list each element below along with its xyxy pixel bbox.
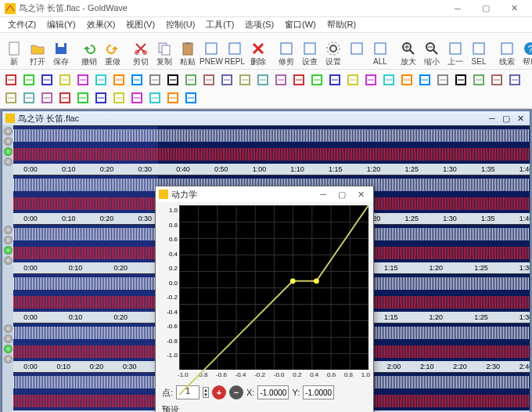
gear-button[interactable]: 设置 [322,34,344,67]
menu-选项[interactable]: 选项(S) [240,17,279,32]
toolbar2-btn-19[interactable] [345,72,361,88]
toolbar2-btn-20[interactable] [363,72,379,88]
toolbar2-btn-7[interactable] [129,72,145,88]
toolbar2-btn-28[interactable] [507,72,523,88]
menu-帮助[interactable]: 帮助(R) [322,17,361,32]
toolbar2-btn-1[interactable] [21,72,37,88]
channel-knob[interactable] [4,345,13,353]
undo-button[interactable]: 撤销 [78,34,100,67]
toolbar2-btn-27[interactable] [489,72,505,88]
toolbar2-btn-21[interactable] [381,72,397,88]
menu-视图[interactable]: 视图(V) [121,17,160,32]
menu-窗口[interactable]: 窗口(W) [280,17,321,32]
svg-rect-22 [501,43,512,54]
channel-knob[interactable] [4,127,13,136]
toolbar2-btn-12[interactable] [219,72,235,88]
paste-new-button[interactable]: PNEW [200,34,222,67]
toolbar2-btn-37[interactable] [147,90,163,106]
cue-button[interactable]: 线索 [496,34,518,67]
svg-rect-0 [5,3,16,14]
toolbar2-btn-26[interactable] [471,72,487,88]
toolbar2-btn-16[interactable] [291,72,307,88]
toolbar2-btn-9[interactable] [165,72,181,88]
toolbar2-btn-13[interactable] [237,72,253,88]
doc-close-button[interactable]: ✕ [514,113,527,124]
zoom-out-button[interactable]: 缩小 [421,34,443,67]
channel-knob[interactable] [4,324,13,333]
curve-handle[interactable] [314,278,319,284]
replace-button[interactable]: REPL [224,34,246,67]
select-all-button[interactable]: 设查 [299,34,321,67]
redo-button[interactable]: 重做 [102,34,124,67]
toolbar2-btn-11[interactable] [201,72,217,88]
dialog-close-button[interactable]: ✕ [351,188,370,201]
toolbar2-btn-4[interactable] [75,72,91,88]
menu-编辑[interactable]: 编辑(Y) [42,17,81,32]
toolbar2-btn-2[interactable] [39,72,55,88]
toolbar2-btn-15[interactable] [273,72,289,88]
dynamics-graph[interactable] [179,205,368,370]
delete-button[interactable]: 删除 [247,34,269,67]
copy-button[interactable]: 复制 [153,34,175,67]
channel-knob[interactable] [4,157,13,166]
doc-maximize-button[interactable]: ▢ [500,113,512,124]
toolbar2-btn-18[interactable] [327,72,343,88]
channel-knob[interactable] [4,246,13,255]
toolbar2-btn-3[interactable] [57,72,73,88]
toolbar2-btn-17[interactable] [309,72,325,88]
save-button[interactable]: 保存 [50,34,72,67]
close-button[interactable]: ✕ [501,2,527,16]
channel-knob[interactable] [4,334,13,343]
menu-文件[interactable]: 文件(Z) [3,17,41,32]
dialog-maximize-button[interactable]: ▢ [332,188,351,201]
all-button[interactable]: ALL [369,34,391,67]
sel-button[interactable]: SEL [468,34,490,67]
zoom-in-button[interactable]: 放大 [397,34,419,67]
channel-knob[interactable] [4,236,13,244]
channel-knob[interactable] [4,226,13,234]
toolbar2-btn-32[interactable] [57,90,73,106]
toolbar2-btn-24[interactable] [435,72,451,88]
toolbar2-btn-39[interactable] [183,90,199,106]
channel-knob[interactable] [4,355,13,363]
doc-minimize-button[interactable]: ─ [486,113,498,124]
minimize-button[interactable]: ─ [444,2,471,16]
select-section-button[interactable] [346,34,368,67]
menu-工具[interactable]: 工具(T) [201,17,239,32]
menu-控制[interactable]: 控制(U) [161,17,200,32]
toolbar2-btn-14[interactable] [255,72,271,88]
paste-button[interactable]: 粘贴 [177,34,199,67]
toolbar2-btn-38[interactable] [165,90,181,106]
file-new-button[interactable]: 新 [3,34,25,67]
prev-button[interactable]: 上一 [444,34,466,67]
folder-open-button[interactable]: 打开 [27,34,49,67]
toolbar2-btn-10[interactable] [183,72,199,88]
toolbar2-btn-36[interactable] [129,90,145,106]
toolbar2-btn-8[interactable] [147,72,163,88]
file-new-icon [5,40,23,57]
cut-button[interactable]: 剪切 [130,34,152,67]
menu-效果[interactable]: 效果(X) [82,17,120,32]
toolbar2-btn-31[interactable] [39,90,55,106]
help-button[interactable]: ?帮助 [519,34,532,67]
toolbar2-btn-35[interactable] [111,90,127,106]
maximize-button[interactable]: ▢ [473,2,499,16]
toolbar2-btn-5[interactable] [93,72,109,88]
zoom-in-icon [400,40,417,57]
toolbar2-btn-30[interactable] [21,90,37,106]
curve-handle[interactable] [290,278,296,284]
toolbar2-btn-23[interactable] [417,72,433,88]
trim-button[interactable]: 修剪 [275,34,297,67]
dialog-minimize-button[interactable]: ─ [314,188,332,201]
toolbar2-btn-0[interactable] [3,72,19,88]
toolbar2-btn-22[interactable] [399,72,415,88]
toolbar2-btn-25[interactable] [453,72,469,88]
toolbar2-btn-34[interactable] [93,90,109,106]
waveform-left[interactable] [13,126,530,164]
toolbar2-btn-33[interactable] [75,90,91,106]
channel-knob[interactable] [4,147,13,156]
channel-knob[interactable] [4,137,13,146]
channel-knob[interactable] [4,256,13,265]
toolbar2-btn-29[interactable] [3,90,19,106]
toolbar2-btn-6[interactable] [111,72,127,88]
